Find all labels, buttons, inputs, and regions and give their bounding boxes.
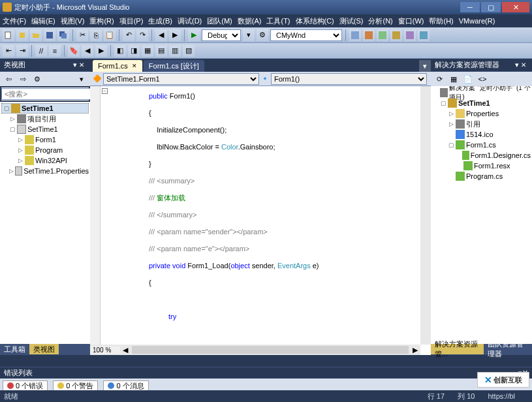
menu-refactor[interactable]: 重构(R): [89, 16, 114, 26]
prev-bookmark-button[interactable]: ◀: [82, 45, 93, 57]
close-button[interactable]: ✕: [502, 2, 529, 12]
collapse-icon[interactable]: −: [102, 88, 108, 94]
tab-toolbox[interactable]: 工具箱: [0, 344, 29, 354]
cv-view-button[interactable]: ▾: [76, 73, 87, 85]
minimize-button[interactable]: ─: [460, 2, 480, 12]
menu-project[interactable]: 项目(P): [119, 16, 144, 26]
cut-button[interactable]: ✂: [76, 29, 88, 41]
scroll-left-icon[interactable]: ◀: [120, 346, 131, 354]
uncomment-button[interactable]: ≡: [49, 45, 61, 57]
member-nav-combo[interactable]: Form1(): [271, 73, 427, 85]
tb2-a[interactable]: ◧: [114, 45, 126, 57]
tree-ico[interactable]: 1514.ico: [432, 129, 531, 140]
scroll-right-icon[interactable]: ▶: [410, 346, 420, 354]
vertical-scrollbar[interactable]: [420, 86, 431, 345]
tree-designer[interactable]: Form1.Designer.cs: [432, 150, 531, 161]
menu-help[interactable]: 帮助(H): [429, 16, 453, 26]
start-debug-button[interactable]: ▶: [188, 29, 200, 41]
cv-fwd-button[interactable]: ⇨: [17, 73, 29, 85]
menu-data[interactable]: 数据(A): [238, 16, 262, 26]
menu-tools[interactable]: 工具(T): [266, 16, 290, 26]
tb2-c[interactable]: ▦: [142, 45, 153, 57]
bookmark-button[interactable]: 🔖: [68, 45, 80, 57]
menu-team[interactable]: 团队(M): [207, 16, 232, 26]
redo-button[interactable]: ↷: [136, 29, 148, 41]
tree-win32api[interactable]: ▷Win32API: [1, 155, 89, 166]
cv-back-button[interactable]: ⇦: [3, 73, 14, 85]
save-all-button[interactable]: [57, 29, 69, 41]
errors-filter-button[interactable]: 0 个错误: [3, 380, 48, 391]
tb-btn-e[interactable]: [404, 29, 416, 41]
panel-close-button[interactable]: ✕: [77, 61, 86, 70]
messages-filter-button[interactable]: 0 个消息: [103, 380, 148, 391]
next-bookmark-button[interactable]: ▶: [95, 45, 107, 57]
menu-edit[interactable]: 编辑(E): [31, 16, 55, 26]
tree-solution[interactable]: 解决方案 "定时小助手" (1 个项目): [432, 87, 531, 98]
menu-analyze[interactable]: 分析(N): [368, 16, 392, 26]
paste-button[interactable]: 📋: [104, 29, 116, 41]
menu-view[interactable]: 视图(V): [61, 16, 85, 26]
config-combo[interactable]: Debug: [202, 29, 241, 41]
add-item-button[interactable]: [16, 29, 28, 41]
tb2-f[interactable]: ▧: [183, 45, 195, 57]
copy-button[interactable]: ⎘: [90, 29, 102, 41]
cv-settings-button[interactable]: ⚙: [31, 73, 43, 85]
tree-properties-ns[interactable]: ▷SetTime1.Properties: [1, 166, 89, 176]
tab-form1-design[interactable]: Form1.cs [设计]: [144, 60, 204, 72]
tab-left-button[interactable]: ⇤: [3, 45, 14, 57]
tb-btn-f[interactable]: [418, 29, 430, 41]
warnings-filter-button[interactable]: 0 个警告: [53, 380, 98, 391]
se-props-button[interactable]: 📄: [462, 73, 474, 85]
tree-program-file[interactable]: Program.cs: [432, 171, 531, 181]
open-button[interactable]: [30, 29, 42, 41]
nav-fwd-button[interactable]: ▶: [169, 29, 181, 41]
panel-close-button[interactable]: ✕: [519, 61, 528, 70]
tree-refs[interactable]: ▷项目引用: [1, 114, 89, 124]
tb-btn-a[interactable]: [349, 29, 361, 41]
tb2-d[interactable]: ▤: [155, 45, 167, 57]
tb-btn-d[interactable]: [390, 29, 402, 41]
tab-team-explorer[interactable]: 团队资源管理器: [484, 344, 532, 354]
tb2-e[interactable]: ▥: [169, 45, 181, 57]
class-nav-combo[interactable]: SetTime1.Form1: [103, 73, 259, 85]
tree-references[interactable]: ▷引用: [432, 119, 531, 129]
menu-window[interactable]: 窗口(W): [398, 16, 424, 26]
tree-properties[interactable]: ▷Properties: [432, 108, 531, 119]
tb-btn-b[interactable]: [363, 29, 375, 41]
tree-namespace[interactable]: ▢SetTime1: [1, 124, 89, 134]
menu-build[interactable]: 生成(B): [148, 16, 172, 26]
code-content[interactable]: public Form1() { InitializeComponent(); …: [110, 86, 419, 345]
tab-close-icon[interactable]: ✕: [132, 63, 137, 69]
doc-dropdown-button[interactable]: ▾: [419, 60, 431, 72]
tree-form1[interactable]: ▷Form1: [1, 134, 89, 145]
se-refresh-button[interactable]: ⟳: [433, 73, 445, 85]
tb2-b[interactable]: ◨: [128, 45, 140, 57]
tab-right-button[interactable]: ⇥: [16, 45, 28, 57]
menu-vmware[interactable]: VMware(R): [459, 17, 495, 25]
save-button[interactable]: [44, 29, 55, 41]
tab-form1-cs[interactable]: Form1.cs✕: [93, 60, 142, 72]
tb-btn-c[interactable]: [377, 29, 388, 41]
se-code-button[interactable]: <>: [477, 73, 488, 85]
search-input[interactable]: [1, 88, 98, 100]
tree-form1-file[interactable]: ▢Form1.cs: [432, 140, 531, 150]
menu-arch[interactable]: 体系结构(C): [296, 16, 334, 26]
new-project-button[interactable]: [3, 29, 14, 41]
find-button[interactable]: ▾: [243, 29, 255, 41]
menu-test[interactable]: 测试(S): [339, 16, 364, 26]
maximize-button[interactable]: ▢: [481, 2, 501, 12]
horizontal-scrollbar[interactable]: 100 % ◀ ▶: [90, 345, 420, 355]
tree-project[interactable]: ▢SetTime1: [1, 103, 89, 114]
nav-back-button[interactable]: ◀: [155, 29, 167, 41]
tree-program[interactable]: ▷Program: [1, 145, 89, 155]
menu-file[interactable]: 文件(F): [3, 16, 26, 26]
tab-classview[interactable]: 类视图: [29, 344, 59, 354]
zoom-level[interactable]: 100 %: [90, 347, 120, 354]
tab-solution-explorer[interactable]: 解决方案资源管...: [431, 344, 484, 354]
menu-debug[interactable]: 调试(D): [178, 16, 202, 26]
target-combo[interactable]: CMyWnd: [270, 29, 342, 41]
comment-button[interactable]: //: [35, 45, 47, 57]
code-editor[interactable]: − public Form1() { InitializeComponent()…: [90, 86, 431, 355]
tree-resx[interactable]: Form1.resx: [432, 161, 531, 171]
se-showall-button[interactable]: ▦: [448, 73, 460, 85]
